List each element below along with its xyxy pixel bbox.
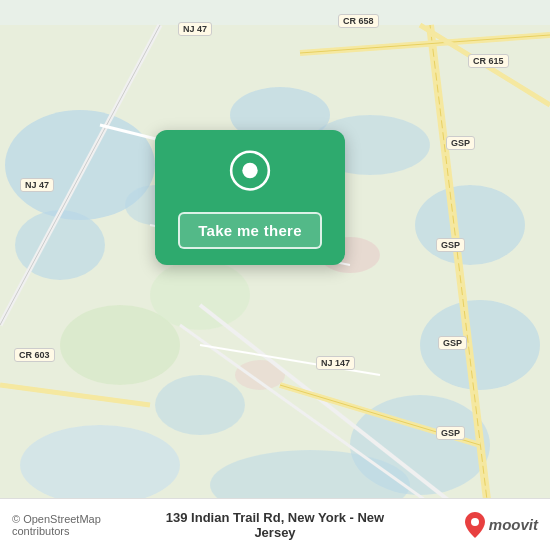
copyright-text: © OpenStreetMap contributors: [12, 513, 144, 537]
road-label-nj47-mid: NJ 47: [20, 178, 54, 192]
take-me-there-button[interactable]: Take me there: [178, 212, 322, 249]
road-label-nj47-top: NJ 47: [178, 22, 212, 36]
moovit-logo: moovit: [407, 512, 539, 538]
svg-point-6: [415, 185, 525, 265]
svg-point-33: [471, 518, 479, 526]
bottom-bar: © OpenStreetMap contributors 139 Indian …: [0, 498, 550, 550]
location-pin-icon: [226, 150, 274, 198]
road-label-nj147: NJ 147: [316, 356, 355, 370]
road-label-cr615: CR 615: [468, 54, 509, 68]
road-label-gsp-bot: GSP: [436, 426, 465, 440]
map-background: [0, 0, 550, 550]
map-container: NJ 47 CR 658 CR 615 NJ 47 GSP GSP GSP CR…: [0, 0, 550, 550]
moovit-pin-icon: [465, 512, 485, 538]
moovit-label: moovit: [489, 516, 538, 533]
road-label-cr603: CR 603: [14, 348, 55, 362]
road-label-gsp-mid: GSP: [436, 238, 465, 252]
svg-point-32: [242, 163, 257, 178]
card-overlay: Take me there: [155, 130, 345, 265]
svg-point-9: [155, 375, 245, 435]
road-label-gsp-lower: GSP: [438, 336, 467, 350]
svg-point-10: [20, 425, 180, 505]
road-label-gsp-top: GSP: [446, 136, 475, 150]
address-text: 139 Indian Trail Rd, New York - New Jers…: [144, 510, 407, 540]
road-label-cr658: CR 658: [338, 14, 379, 28]
svg-point-15: [150, 260, 250, 330]
